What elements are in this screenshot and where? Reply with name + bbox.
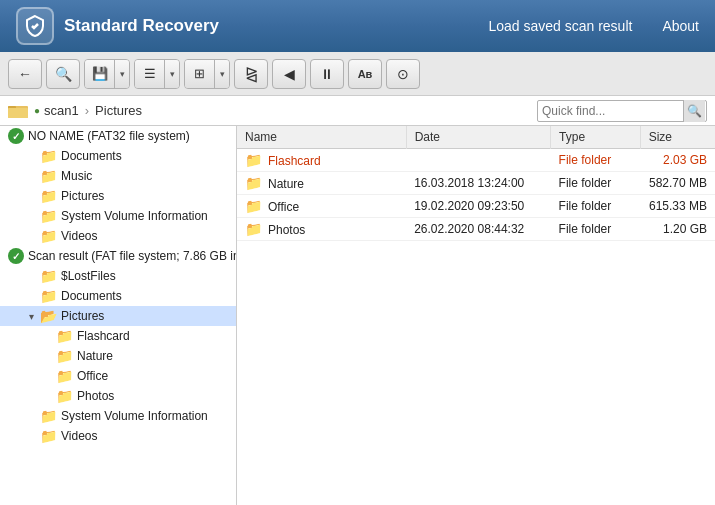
tree-item-pictures2[interactable]: ▾ 📂 Pictures: [0, 306, 236, 326]
back-button[interactable]: ←: [8, 59, 42, 89]
tree-label-pictures2: Pictures: [61, 309, 104, 323]
file-name-cell: 📁Photos: [237, 218, 406, 241]
folder-icon-open: 📂: [40, 308, 57, 324]
tree-item-nature[interactable]: 📁 Nature: [0, 346, 236, 366]
file-type-cell: File folder: [551, 172, 641, 195]
tree-item-scan-result[interactable]: ✓ Scan result (FAT file system; 7.86 GB …: [0, 246, 236, 266]
search-icon: 🔍: [55, 66, 72, 82]
search-button[interactable]: 🔍: [46, 59, 80, 89]
tree-item-office[interactable]: 📁 Office: [0, 366, 236, 386]
expand-icon: [40, 389, 54, 403]
header: Standard Recovery Load saved scan result…: [0, 0, 715, 52]
list-button-main[interactable]: ☰: [135, 60, 165, 88]
save-button-main[interactable]: 💾: [85, 60, 115, 88]
tree-label-documents1: Documents: [61, 149, 122, 163]
expand-icon: [24, 289, 38, 303]
folder-icon: 📁: [40, 168, 57, 184]
folder-icon: 📁: [40, 408, 57, 424]
breadcrumb-pictures[interactable]: Pictures: [95, 103, 142, 118]
tree-label-system-volume2: System Volume Information: [61, 409, 208, 423]
app-title: Standard Recovery: [64, 16, 488, 36]
font-button[interactable]: Aв: [348, 59, 382, 89]
table-row[interactable]: 📁Nature16.03.2018 13:24:00File folder582…: [237, 172, 715, 195]
expand-icon: [24, 269, 38, 283]
folder-icon: 📁: [56, 368, 73, 384]
svg-rect-2: [8, 108, 28, 118]
app-logo: [16, 7, 54, 45]
tree-item-documents1[interactable]: 📁 Documents: [0, 146, 236, 166]
tree-item-videos2[interactable]: 📁 Videos: [0, 426, 236, 446]
col-header-date[interactable]: Date: [406, 126, 550, 149]
table-row[interactable]: 📁FlashcardFile folder2.03 GB: [237, 149, 715, 172]
view-button-arrow[interactable]: ▾: [215, 60, 229, 88]
expand-icon: [24, 189, 38, 203]
table-row[interactable]: 📁Office19.02.2020 09:23:50File folder615…: [237, 195, 715, 218]
status-icon-green2: ✓: [8, 248, 24, 264]
tree-label-office: Office: [77, 369, 108, 383]
tree-item-no-name[interactable]: ✓ NO NAME (FAT32 file system): [0, 126, 236, 146]
tree-item-videos1[interactable]: 📁 Videos: [0, 226, 236, 246]
col-header-type[interactable]: Type: [551, 126, 641, 149]
view-button-main[interactable]: ⊞: [185, 60, 215, 88]
table-header-row: Name Date Type Size: [237, 126, 715, 149]
file-size-cell: 615.33 MB: [640, 195, 715, 218]
file-name: Photos: [268, 223, 305, 237]
col-header-size[interactable]: Size: [640, 126, 715, 149]
list-button-arrow[interactable]: ▾: [165, 60, 179, 88]
col-header-name[interactable]: Name: [237, 126, 406, 149]
tree-item-flashcard[interactable]: 📁 Flashcard: [0, 326, 236, 346]
file-folder-icon: 📁: [245, 198, 262, 214]
prev-button[interactable]: ◀: [272, 59, 306, 89]
right-panel: Name Date Type Size 📁FlashcardFile folde…: [237, 126, 715, 505]
file-table: Name Date Type Size 📁FlashcardFile folde…: [237, 126, 715, 241]
file-size-cell: 582.70 MB: [640, 172, 715, 195]
tree-label-no-name: NO NAME (FAT32 file system): [28, 129, 190, 143]
pause-icon: ⏸: [320, 66, 334, 82]
file-date-cell: 26.02.2020 08:44:32: [406, 218, 550, 241]
tree-item-photos[interactable]: 📁 Photos: [0, 386, 236, 406]
tree-label-photos: Photos: [77, 389, 114, 403]
tree-item-pictures1[interactable]: 📁 Pictures: [0, 186, 236, 206]
save-split-button[interactable]: 💾 ▾: [84, 59, 130, 89]
search-input[interactable]: [538, 104, 683, 118]
file-name: Flashcard: [268, 154, 321, 168]
folder-icon: 📁: [40, 188, 57, 204]
save-button-arrow[interactable]: ▾: [115, 60, 129, 88]
back-icon: ←: [18, 66, 32, 82]
main-content: ✓ NO NAME (FAT32 file system) 📁 Document…: [0, 126, 715, 505]
tree-item-system-volume2[interactable]: 📁 System Volume Information: [0, 406, 236, 426]
about-link[interactable]: About: [662, 18, 699, 34]
tree-label-flashcard: Flashcard: [77, 329, 130, 343]
folder-icon: 📁: [40, 288, 57, 304]
tree-item-music[interactable]: 📁 Music: [0, 166, 236, 186]
expand-icon: [24, 429, 38, 443]
scan-button[interactable]: ⧎: [234, 59, 268, 89]
breadcrumb-sep: ›: [85, 103, 89, 118]
folder-icon: 📁: [40, 228, 57, 244]
tree-item-documents2[interactable]: 📁 Documents: [0, 286, 236, 306]
table-row[interactable]: 📁Photos26.02.2020 08:44:32File folder1.2…: [237, 218, 715, 241]
tree-item-system-volume[interactable]: 📁 System Volume Information: [0, 206, 236, 226]
user-button[interactable]: ⊙: [386, 59, 420, 89]
pause-button[interactable]: ⏸: [310, 59, 344, 89]
tree-label-documents2: Documents: [61, 289, 122, 303]
tree-label-videos2: Videos: [61, 429, 97, 443]
load-scan-link[interactable]: Load saved scan result: [488, 18, 632, 34]
file-name-cell: 📁Flashcard: [237, 149, 406, 172]
breadcrumb-scan[interactable]: scan1: [44, 103, 79, 118]
status-icon-green: ✓: [8, 128, 24, 144]
file-date-cell: 19.02.2020 09:23:50: [406, 195, 550, 218]
list-split-button[interactable]: ☰ ▾: [134, 59, 180, 89]
file-date-cell: [406, 149, 550, 172]
expand-icon: [40, 369, 54, 383]
expand-icon: [40, 349, 54, 363]
tree-item-lostfiles[interactable]: 📁 $LostFiles: [0, 266, 236, 286]
search-submit-button[interactable]: 🔍: [683, 100, 705, 122]
view-split-button[interactable]: ⊞ ▾: [184, 59, 230, 89]
file-folder-icon: 📁: [245, 221, 262, 237]
breadcrumb-text: ● scan1 › Pictures: [34, 103, 142, 118]
left-panel: ✓ NO NAME (FAT32 file system) 📁 Document…: [0, 126, 237, 505]
folder-icon: 📁: [40, 208, 57, 224]
font-icon: Aв: [358, 68, 373, 80]
toolbar: ← 🔍 💾 ▾ ☰ ▾ ⊞ ▾ ⧎ ◀ ⏸ Aв: [0, 52, 715, 96]
